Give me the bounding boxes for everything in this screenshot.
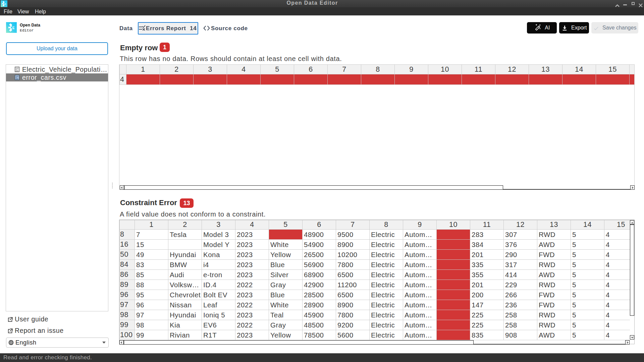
svg-text:E: E [12, 26, 15, 30]
svg-text:E: E [5, 3, 6, 5]
